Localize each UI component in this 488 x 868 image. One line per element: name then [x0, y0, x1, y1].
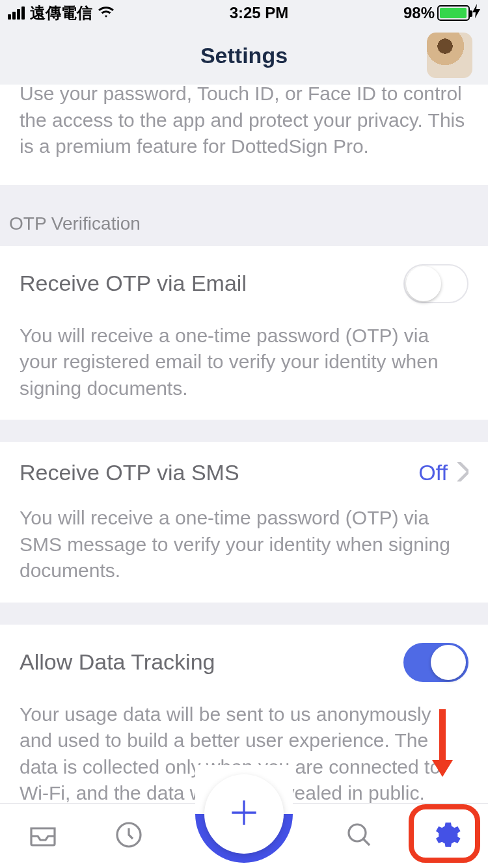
nav-header: Settings	[0, 26, 488, 85]
tab-search[interactable]	[340, 817, 379, 856]
status-left: 遠傳電信	[8, 3, 115, 23]
data-tracking-title: Allow Data Tracking	[20, 649, 215, 675]
otp-email-toggle[interactable]	[403, 264, 468, 303]
battery-icon	[437, 5, 470, 21]
add-button[interactable]	[204, 774, 284, 854]
tab-history[interactable]	[109, 817, 148, 856]
otp-sms-cell[interactable]: Receive OTP via SMS Off You will receive…	[0, 442, 488, 603]
status-bar: 遠傳電信 3:25 PM 98%	[0, 0, 488, 26]
plus-icon	[226, 794, 262, 834]
wifi-icon	[98, 4, 115, 22]
carrier-label: 遠傳電信	[30, 3, 92, 23]
signal-icon	[8, 7, 25, 20]
clock-label: 3:25 PM	[230, 4, 289, 22]
gear-icon	[429, 819, 461, 854]
tab-inbox[interactable]	[23, 817, 62, 856]
otp-sms-title: Receive OTP via SMS	[20, 460, 239, 485]
otp-section-header: OTP Verification	[0, 185, 488, 246]
tab-settings[interactable]	[426, 817, 465, 856]
otp-email-cell: Receive OTP via Email You will receive a…	[0, 246, 488, 420]
inbox-icon	[27, 819, 59, 853]
chevron-right-icon	[457, 462, 468, 484]
otp-email-title: Receive OTP via Email	[20, 271, 247, 296]
search-icon	[344, 819, 375, 853]
passcode-section-desc: Use your password, Touch ID, or Face ID …	[0, 85, 488, 185]
otp-email-desc: You will receive a one-time password (OT…	[20, 323, 468, 402]
data-tracking-toggle[interactable]	[403, 643, 468, 682]
otp-sms-value: Off	[418, 460, 448, 485]
annotation-arrow-icon	[429, 709, 455, 783]
fab-container	[195, 765, 293, 863]
otp-sms-desc: You will receive a one-time password (OT…	[20, 505, 468, 584]
settings-content[interactable]: Use your password, Touch ID, or Face ID …	[0, 85, 488, 803]
battery-pct-label: 98%	[403, 4, 435, 22]
avatar[interactable]	[427, 33, 472, 78]
charging-icon	[472, 4, 480, 22]
status-right: 98%	[403, 4, 480, 22]
page-title: Settings	[200, 43, 288, 68]
clock-icon	[113, 819, 144, 853]
